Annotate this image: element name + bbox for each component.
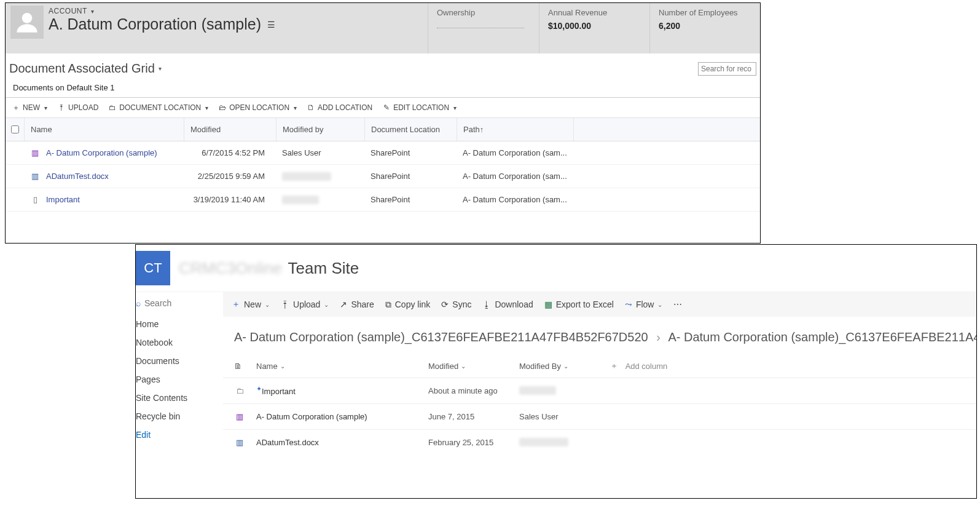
edit-icon: ✎ [382, 103, 391, 112]
file-location: SharePoint [364, 141, 457, 164]
file-modified-by: Sales User [276, 141, 364, 164]
excel-icon: ▦ [544, 299, 552, 309]
nav-pages[interactable]: Pages [136, 374, 218, 384]
site-prefix-blurred: CRMC3Online [179, 259, 282, 278]
add-column-button[interactable]: ＋ Add column [610, 360, 667, 371]
nav-recycle-bin[interactable]: Recycle bin [136, 411, 218, 421]
select-all-checkbox[interactable] [6, 118, 24, 141]
flow-icon: ⤳ [625, 299, 632, 309]
header-metrics: Ownership Annual Revenue $10,000.00 Numb… [428, 3, 760, 53]
grid-row[interactable]: ▯ Important 3/19/2019 11:40 AM SharePoin… [6, 188, 760, 212]
open-location-button[interactable]: 🗁OPEN LOCATION [218, 103, 297, 112]
more-button[interactable]: ⋯ [673, 299, 682, 309]
file-name[interactable]: A- Datum Corporation (sample) [24, 141, 184, 164]
col-modified[interactable]: Modified [184, 118, 276, 141]
breadcrumb-item[interactable]: A- Datum Corporation (sample)_C6137E6FEA… [234, 330, 648, 344]
row-modified: June 7, 2015 [428, 412, 519, 421]
onenote-icon: ▥ [234, 411, 245, 422]
col-end [573, 118, 586, 141]
download-button[interactable]: ⭳Download [482, 299, 533, 309]
plus-icon: ＋ [610, 360, 618, 371]
col-document-location[interactable]: Document Location [364, 118, 457, 141]
svg-point-0 [22, 13, 33, 23]
row-name[interactable]: ✦Important [256, 385, 428, 396]
flow-button[interactable]: ⤳Flow⌄ [625, 299, 663, 309]
nav-edit[interactable]: Edit [136, 430, 218, 440]
add-location-button[interactable]: 🗋ADD LOCATION [307, 103, 372, 112]
new-button[interactable]: ＋NEW [12, 103, 47, 112]
meta-value-ownership [437, 21, 524, 28]
col-name[interactable]: Name⌄ [256, 362, 428, 371]
upload-button[interactable]: ⭱Upload⌄ [281, 299, 329, 309]
record-title: A. Datum Corporation (sample) [49, 15, 261, 33]
meta-label-revenue: Annual Revenue [548, 8, 635, 17]
meta-label-employees: Number of Employees [659, 8, 745, 17]
main-content: ＋New⌄ ⭱Upload⌄ ↗Share ⧉Copy link ⟳Sync ⭳… [223, 292, 977, 498]
nav-notebook[interactable]: Notebook [136, 338, 218, 347]
list-icon[interactable]: ☰ [267, 20, 275, 30]
chevron-down-icon: ⌄ [324, 301, 329, 308]
chevron-down-icon: ⌄ [461, 363, 466, 370]
export-excel-button[interactable]: ▦Export to Excel [544, 299, 614, 309]
entity-switcher[interactable]: ACCOUNT [49, 7, 275, 15]
document-toolbar: ＋NEW ⭱UPLOAD 🗀DOCUMENT LOCATION 🗁OPEN LO… [6, 97, 760, 118]
list-row[interactable]: ▥ A- Datum Corporation (sample) June 7, … [223, 403, 977, 429]
word-icon: ▥ [234, 437, 245, 448]
row-modified: About a minute ago [428, 386, 519, 395]
download-icon: ⭳ [482, 299, 491, 309]
row-modified-by: Sales User [519, 412, 610, 421]
upload-button[interactable]: ⭱UPLOAD [57, 103, 98, 112]
folder-icon: 🗀 [234, 386, 245, 397]
search-input[interactable] [698, 62, 756, 76]
file-name[interactable]: Important [24, 188, 184, 211]
sharepoint-panel: CT CRMC3Online Team Site ⌕ Home Notebook… [135, 244, 977, 499]
row-name[interactable]: ADatumTest.docx [256, 438, 428, 447]
col-path[interactable]: Path [457, 118, 573, 141]
sync-button[interactable]: ⟳Sync [441, 299, 471, 309]
grid-row[interactable]: ▥ A- Datum Corporation (sample) 6/7/2015… [6, 141, 760, 165]
col-modified-by[interactable]: Modified by [276, 118, 364, 141]
crm-panel: ACCOUNT A. Datum Corporation (sample) ☰ … [5, 2, 761, 244]
copy-link-button[interactable]: ⧉Copy link [385, 299, 431, 310]
share-button[interactable]: ↗Share [340, 299, 374, 309]
col-name[interactable]: Name [24, 118, 184, 141]
nav-home[interactable]: Home [136, 319, 218, 329]
document-location-button[interactable]: 🗀DOCUMENT LOCATION [108, 103, 208, 112]
search-input[interactable] [144, 298, 218, 308]
breadcrumb-item[interactable]: A- Datum Corporation (sample)_C6137E6FEA… [668, 330, 977, 344]
folder-icon: 🗀 [108, 103, 117, 112]
list-row[interactable]: ▥ ADatumTest.docx February 25, 2015 [223, 429, 977, 455]
view-title[interactable]: Document Associated Grid [9, 61, 155, 76]
file-path: A- Datum Corporation (sam... [457, 141, 573, 164]
nav-documents[interactable]: Documents [136, 356, 218, 366]
col-modified[interactable]: Modified⌄ [428, 362, 519, 371]
row-modified-by [519, 386, 610, 395]
command-bar: ＋New⌄ ⭱Upload⌄ ↗Share ⧉Copy link ⟳Sync ⭳… [223, 292, 977, 317]
more-icon: ⋯ [673, 299, 682, 309]
plus-icon: ＋ [232, 299, 240, 310]
grid-row[interactable]: ▥ ADatumTest.docx 2/25/2015 9:59 AM Shar… [6, 165, 760, 188]
chevron-down-icon: ⌄ [280, 363, 285, 370]
row-modified: February 25, 2015 [428, 438, 519, 447]
chevron-down-icon[interactable]: ▾ [159, 65, 162, 72]
meta-value-revenue: $10,000.00 [548, 21, 635, 31]
chevron-down-icon: ⌄ [657, 301, 662, 308]
edit-location-button[interactable]: ✎EDIT LOCATION [382, 103, 457, 112]
list-row[interactable]: 🗀 ✦Important About a minute ago [223, 378, 977, 403]
nav-site-contents[interactable]: Site Contents [136, 393, 218, 403]
meta-value-employees: 6,200 [659, 21, 745, 31]
upload-icon: ⭱ [57, 103, 66, 112]
file-icon: 🗎 [234, 362, 242, 371]
record-header: ACCOUNT A. Datum Corporation (sample) ☰ … [6, 3, 760, 53]
row-name[interactable]: A- Datum Corporation (sample) [256, 412, 428, 421]
list-header: 🗎 Name⌄ Modified⌄ Modified By⌄ ＋ Add col… [223, 354, 977, 378]
search-box[interactable]: ⌕ [136, 298, 218, 308]
chevron-down-icon: ⌄ [563, 363, 568, 370]
link-icon: ⧉ [385, 299, 391, 310]
col-modified-by[interactable]: Modified By⌄ [519, 362, 610, 371]
new-button[interactable]: ＋New⌄ [232, 299, 270, 310]
left-nav: ⌕ Home Notebook Documents Pages Site Con… [136, 292, 223, 498]
file-location: SharePoint [364, 165, 457, 188]
file-name[interactable]: ADatumTest.docx [24, 165, 184, 188]
open-folder-icon: 🗁 [218, 103, 227, 112]
